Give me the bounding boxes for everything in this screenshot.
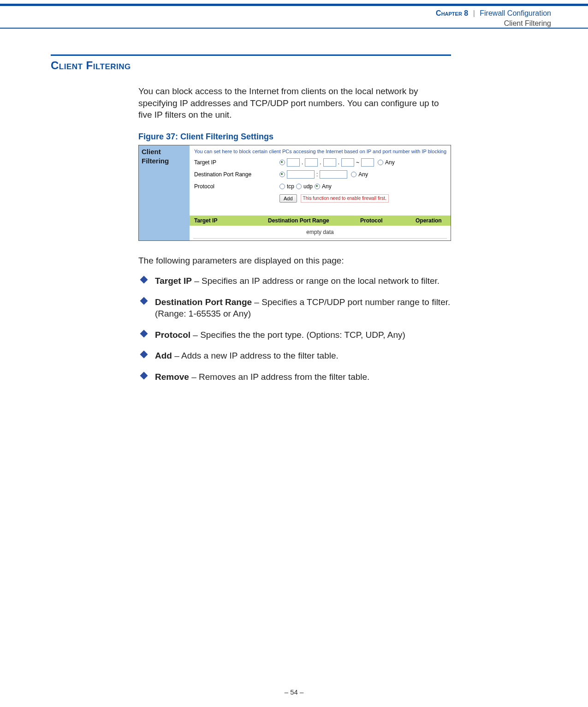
- ip-octet-1[interactable]: [287, 158, 300, 167]
- section-intro: You can block access to the Internet fro…: [138, 85, 451, 121]
- ip-dot-1: .: [302, 159, 303, 166]
- th-target-ip: Target IP: [194, 217, 268, 224]
- radio-proto-tcp[interactable]: [279, 184, 285, 189]
- row-target-ip: Target IP . . . ~ Any: [194, 158, 447, 167]
- section-rule: [51, 54, 451, 56]
- param-term: Destination Port Range: [155, 297, 252, 307]
- radio-target-ip-any[interactable]: [378, 160, 383, 165]
- ip-octet-end[interactable]: [361, 158, 374, 167]
- th-operation: Operation: [416, 217, 451, 224]
- label-proto-any: Any: [322, 183, 332, 190]
- header-subsection: Client Filtering: [436, 18, 551, 29]
- figure-side-label: Client Filtering: [142, 147, 190, 166]
- page-header: Chapter 8 | Firewall Configuration Clien…: [436, 8, 551, 28]
- th-protocol: Protocol: [360, 217, 416, 224]
- radio-proto-any[interactable]: [315, 184, 320, 189]
- diamond-bullet-icon: [140, 297, 148, 305]
- radio-port-specific[interactable]: [279, 172, 285, 177]
- param-term: Add: [155, 351, 172, 360]
- label-target-ip-any: Any: [385, 159, 395, 166]
- filter-table-header: Target IP Destination Port Range Protoco…: [190, 216, 451, 226]
- chapter-label: Chapter 8: [436, 9, 468, 17]
- radio-proto-udp[interactable]: [296, 184, 302, 189]
- row-protocol: Protocol tcp udp Any: [194, 182, 447, 191]
- label-target-ip: Target IP: [194, 159, 279, 166]
- radio-target-ip-specific[interactable]: [279, 160, 285, 165]
- ip-dot-2: .: [320, 159, 321, 166]
- param-term: Remove: [155, 372, 189, 382]
- figure-sidebar: Client Filtering: [139, 145, 190, 240]
- label-dest-port: Destination Port Range: [194, 171, 279, 178]
- label-proto-udp: udp: [303, 183, 313, 190]
- param-list: Target IP – Specifies an IP address or r…: [138, 275, 451, 383]
- th-dest-port: Destination Port Range: [268, 217, 360, 224]
- header-separator: |: [470, 9, 478, 17]
- ip-tilde: ~: [356, 159, 359, 166]
- top-accent-rule: [0, 4, 588, 6]
- port-end[interactable]: [320, 170, 347, 179]
- page-number: – 54 –: [0, 688, 588, 696]
- port-start[interactable]: [287, 170, 315, 179]
- param-item-protocol: Protocol – Specifies the the port type. …: [138, 329, 451, 341]
- label-proto-tcp: tcp: [287, 183, 294, 190]
- label-protocol: Protocol: [194, 183, 279, 190]
- row-add: Add This function need to enable firewal…: [194, 194, 447, 203]
- ip-octet-2[interactable]: [305, 158, 318, 167]
- table-empty-text: empty data: [190, 228, 451, 236]
- param-desc: – Specifies the the port type. (Options:…: [190, 330, 405, 340]
- param-desc: – Adds a new IP address to the filter ta…: [172, 351, 339, 360]
- ip-dot-3: .: [338, 159, 339, 166]
- diamond-bullet-icon: [140, 330, 148, 337]
- label-port-any: Any: [358, 171, 368, 178]
- figure-caption: Figure 37: Client Filtering Settings: [138, 131, 451, 142]
- header-underline: [0, 28, 588, 29]
- param-term: Target IP: [155, 276, 192, 286]
- section-title: Client Filtering: [51, 59, 131, 72]
- ip-octet-3[interactable]: [323, 158, 336, 167]
- followup-text: The following parameters are displayed o…: [138, 255, 451, 267]
- param-item-dest-port: Destination Port Range – Specifies a TCP…: [138, 296, 451, 320]
- param-item-remove: Remove – Removes an IP address from the …: [138, 371, 451, 383]
- ip-octet-4[interactable]: [341, 158, 354, 167]
- param-item-add: Add – Adds a new IP address to the filte…: [138, 350, 451, 362]
- chapter-title: Firewall Configuration: [480, 9, 551, 17]
- row-dest-port: Destination Port Range : Any: [194, 170, 447, 179]
- param-term: Protocol: [155, 330, 190, 340]
- param-desc: – Specifies an IP address or range on th…: [192, 276, 440, 286]
- radio-port-any[interactable]: [351, 172, 356, 177]
- figure-intro-line: You can set here to block certain client…: [194, 148, 447, 155]
- firewall-warning: This function need to enable firewall fi…: [301, 194, 389, 203]
- diamond-bullet-icon: [140, 276, 148, 283]
- table-bottom-line: [193, 238, 447, 239]
- param-item-target-ip: Target IP – Specifies an IP address or r…: [138, 275, 451, 287]
- port-sep: :: [316, 171, 318, 178]
- diamond-bullet-icon: [140, 372, 148, 380]
- param-desc: – Removes an IP address from the filter …: [189, 372, 369, 382]
- add-button[interactable]: Add: [279, 194, 297, 203]
- figure-client-filtering: Client Filtering You can set here to blo…: [138, 145, 451, 241]
- diamond-bullet-icon: [140, 351, 148, 359]
